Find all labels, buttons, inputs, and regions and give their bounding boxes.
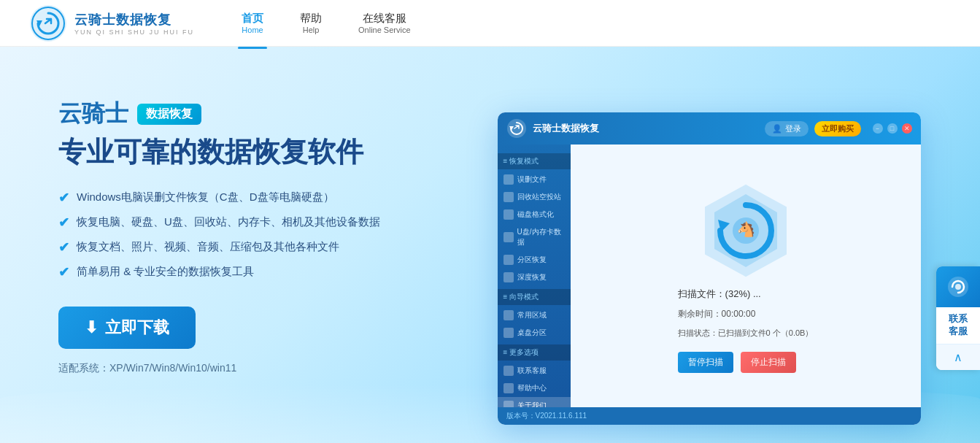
sidebar-section-header-3: ≡ 更多选项 [498,344,571,361]
delete-icon [503,174,514,185]
pause-scan-button[interactable]: 暂停扫描 [678,352,733,373]
sidebar-label-delete: 误删文件 [517,174,547,185]
sidebar-item-format[interactable]: 磁盘格式化 [498,206,571,223]
sidebar-label-deep: 深度恢复 [517,272,547,282]
nav-help[interactable]: 帮助 Help [296,12,325,34]
sidebar-label-format: 磁盘格式化 [517,209,554,220]
logo-area: 云骑士数据恢复 YUN QI SHI SHU JU HUI FU [29,4,194,42]
hero-app-preview: 云骑士数据恢复 👤 登录 立即购买 － □ ✕ [452,90,922,425]
sidebar-item-recycle[interactable]: 回收站空投站 [498,188,571,206]
sidebar-item-about[interactable]: 关于我们 [498,397,571,407]
hero-content-left: 云骑士 数据恢复 专业可靠的数据恢复软件 ✔ Windows电脑误删文件恢复（C… [58,90,452,375]
nav-service-cn: 在线客服 [363,12,406,26]
logo-sub-text: YUN QI SHI SHU JU HUI FU [74,28,194,36]
check-icon-1: ✔ [58,190,69,206]
float-sidebar: 联系客服 ∧ [936,266,980,370]
udisk-icon [503,232,514,242]
nav-home[interactable]: 首页 Home [238,12,267,34]
scan-time-status: 剩余时间：00:00:00 [678,308,814,320]
scan-progress-status: 扫描状态：已扫描到文件0 个（0.0B） [678,328,814,339]
download-btn-label: 立即下载 [105,317,169,339]
service-icon [946,275,970,298]
hex-logo-graphic: 🐴 [695,180,797,282]
svg-point-22 [507,119,526,138]
feature-list: ✔ Windows电脑误删文件恢复（C盘、D盘等电脑硬盘） ✔ 恢复电脑、硬盘、… [58,190,452,280]
contact-icon [503,366,514,376]
feature-text-2: 恢复电脑、硬盘、U盘、回收站、内存卡、相机及其他设备数据 [77,215,380,229]
app-title-text: 云骑士数据恢复 [533,122,599,135]
format-icon [503,209,514,220]
app-body: ≡ 恢复模式 误删文件 回收站空投站 磁盘格式化 [498,145,921,407]
about-icon [503,401,514,407]
scan-buttons: 暂停扫描 停止扫描 [678,352,814,373]
sidebar-item-delete[interactable]: 误删文件 [498,171,571,188]
feature-text-1: Windows电脑误删文件恢复（C盘、D盘等电脑硬盘） [77,190,334,204]
scan-info-panel: 扫描文件：(32%) ... 剩余时间：00:00:00 扫描状态：已扫描到文件… [678,288,814,373]
download-button[interactable]: ⬇ 立即下载 [58,307,196,349]
app-logo-small-icon [506,118,527,139]
svg-point-0 [30,5,66,42]
download-arrow-icon: ⬇ [85,318,98,337]
app-titlebar-left: 云骑士数据恢复 [506,118,599,139]
nav-home-en: Home [242,26,263,34]
window-controls: － □ ✕ [873,123,912,134]
version-text: 版本号：V2021.11.6.111 [506,412,587,420]
app-titlebar: 云骑士数据恢复 👤 登录 立即购买 － □ ✕ [498,112,921,145]
sidebar-item-disk[interactable]: 桌盘分区 [498,324,571,342]
sidebar-label-help: 帮助中心 [517,383,547,393]
nav-help-cn: 帮助 [300,12,322,26]
maximize-button[interactable]: □ [887,123,898,134]
app-main-content: 🐴 扫描文件：(32%) ... 剩余时间：00:00:00 扫描状态：已扫描到… [571,145,921,407]
recycle-icon [503,192,514,202]
compat-text: 适配系统：XP/Win7/Win8/Win10/win11 [58,362,452,375]
main-nav: 首页 Home 帮助 Help 在线客服 Online Service [238,12,414,34]
sidebar-item-common[interactable]: 常用区域 [498,307,571,324]
sidebar-item-deep[interactable]: 深度恢复 [498,269,571,286]
hero-section: 云骑士 数据恢复 专业可靠的数据恢复软件 ✔ Windows电脑误删文件恢复（C… [0,47,980,443]
nav-service[interactable]: 在线客服 Online Service [355,12,414,34]
minimize-button[interactable]: － [873,123,883,134]
nav-service-en: Online Service [358,26,411,34]
sidebar-label-udisk: U盘/内存卡数据 [517,227,565,247]
feature-item-3: ✔ 恢复文档、照片、视频、音频、压缩包及其他各种文件 [58,239,452,255]
sidebar-label-disk: 桌盘分区 [517,328,547,338]
feature-item-2: ✔ 恢复电脑、硬盘、U盘、回收站、内存卡、相机及其他设备数据 [58,215,452,231]
sidebar-label-recycle: 回收站空投站 [517,192,561,202]
feature-item-1: ✔ Windows电脑误删文件恢复（C盘、D盘等电脑硬盘） [58,190,452,206]
app-login-button[interactable]: 👤 登录 [765,121,809,136]
app-login-label: 登录 [785,123,801,134]
feature-text-3: 恢复文档、照片、视频、音频、压缩包及其他各种文件 [77,240,339,254]
feature-item-4: ✔ 简单易用 & 专业安全的数据恢复工具 [58,264,452,280]
float-sidebar-service-label[interactable]: 联系客服 [936,307,980,344]
logo-main-text: 云骑士数据恢复 [74,11,194,28]
scan-file-status: 扫描文件：(32%) ... [678,288,814,301]
check-icon-4: ✔ [58,264,69,280]
app-version-bar: 版本号：V2021.11.6.111 [498,407,921,425]
common-icon [503,310,514,320]
sidebar-item-partition[interactable]: 分区恢复 [498,251,571,269]
close-button[interactable]: ✕ [902,123,912,134]
check-icon-3: ✔ [58,239,69,255]
hero-title-row: 云骑士 数据恢复 [58,98,452,130]
svg-text:🐴: 🐴 [736,220,755,238]
logo-icon [29,4,67,42]
sidebar-label-about: 关于我们 [517,401,547,407]
float-sidebar-icon-top [936,266,980,307]
nav-home-cn: 首页 [242,12,263,26]
app-titlebar-right: 👤 登录 立即购买 － □ ✕ [765,121,912,136]
float-sidebar-up-arrow[interactable]: ∧ [936,344,980,370]
stop-scan-button[interactable]: 停止扫描 [741,352,796,373]
sidebar-item-contact[interactable]: 联系客服 [498,362,571,380]
sidebar-label-common: 常用区域 [517,310,547,320]
sidebar-label-contact: 联系客服 [517,366,547,376]
sidebar-item-help[interactable]: 帮助中心 [498,380,571,397]
sidebar-section-header-1: ≡ 恢复模式 [498,153,571,169]
svg-point-30 [955,284,961,290]
partition-icon [503,255,514,265]
sidebar-item-udisk[interactable]: U盘/内存卡数据 [498,223,571,251]
app-vip-button[interactable]: 立即购买 [814,121,861,136]
logo-text-block: 云骑士数据恢复 YUN QI SHI SHU JU HUI FU [74,11,194,36]
app-sidebar: ≡ 恢复模式 误删文件 回收站空投站 磁盘格式化 [498,145,571,407]
nav-help-en: Help [303,26,320,34]
check-icon-2: ✔ [58,215,69,231]
